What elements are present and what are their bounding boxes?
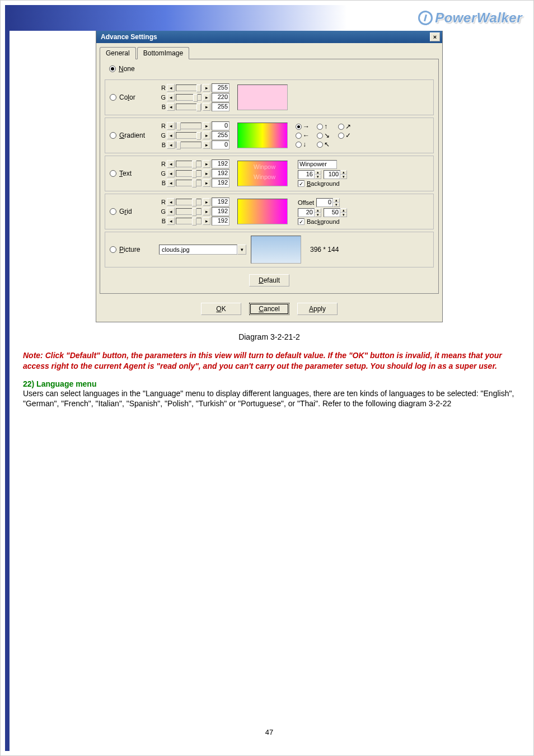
dec-button[interactable]: ◂: [167, 198, 175, 206]
watermark-text: Winpow: [254, 173, 275, 180]
grid-offset2-spinner[interactable]: 20▴▾: [298, 208, 321, 217]
value-r[interactable]: 0: [212, 121, 229, 130]
dir-radio[interactable]: [317, 124, 323, 130]
text-rgb: R◂▸192 G◂▸192 B◂▸192: [159, 159, 229, 187]
slider-g[interactable]: [176, 94, 202, 101]
arrow-left-icon: ←: [303, 132, 310, 139]
slider-r[interactable]: [176, 123, 202, 129]
dec-button[interactable]: ◂: [167, 132, 175, 139]
text-size2-spinner[interactable]: 100▴▾: [324, 170, 347, 179]
inc-button[interactable]: ▸: [203, 122, 210, 130]
slider-b[interactable]: [176, 104, 202, 110]
chevron-down-icon[interactable]: ▾: [237, 245, 246, 255]
value-b[interactable]: 0: [212, 140, 229, 149]
inc-button[interactable]: ▸: [203, 103, 210, 111]
dec-button[interactable]: ◂: [167, 179, 175, 187]
dec-button[interactable]: ◂: [167, 84, 175, 92]
radio-grid-label: Grid: [119, 208, 132, 215]
dec-button[interactable]: ◂: [167, 170, 175, 177]
row-text: Text R◂▸192 G◂▸192 B◂▸192 Winpow Winpow …: [105, 156, 434, 191]
inc-button[interactable]: ▸: [203, 170, 210, 177]
grid-offset3-spinner[interactable]: 50▴▾: [324, 208, 347, 217]
text-background-checkbox[interactable]: ✓: [298, 180, 305, 187]
dir-radio[interactable]: [296, 142, 302, 148]
radio-color[interactable]: Color: [110, 93, 154, 101]
dir-radio[interactable]: [338, 133, 344, 139]
inc-button[interactable]: ▸: [203, 141, 210, 149]
value-r[interactable]: 255: [212, 83, 229, 92]
inc-button[interactable]: ▸: [203, 93, 210, 101]
value-r[interactable]: 192: [212, 159, 229, 168]
value-g[interactable]: 255: [212, 131, 229, 140]
radio-gradient[interactable]: Gradient: [110, 132, 154, 139]
radio-none[interactable]: None: [109, 65, 154, 73]
dir-radio[interactable]: [317, 133, 323, 139]
header-banner: PowerWalker: [10, 5, 529, 31]
text-caption-field[interactable]: Winpower: [298, 160, 337, 169]
dec-button[interactable]: ◂: [167, 122, 175, 130]
close-button[interactable]: ×: [430, 32, 440, 41]
text-background-label: Background: [307, 180, 340, 187]
value-r[interactable]: 192: [212, 198, 229, 206]
radio-text[interactable]: Text: [110, 170, 154, 177]
dec-button[interactable]: ◂: [167, 160, 175, 168]
radio-dot-icon: [110, 94, 116, 101]
grid-background-label: Background: [307, 218, 340, 225]
arrow-downright-icon: ↘: [324, 132, 330, 139]
slider-g[interactable]: [176, 208, 202, 215]
arrow-downleft-icon: ✓: [345, 132, 351, 139]
value-g[interactable]: 192: [212, 207, 229, 216]
value-g[interactable]: 220: [212, 93, 229, 102]
ok-button[interactable]: OK: [201, 303, 241, 315]
advance-settings-dialog: Advance Settings × General BottomImage N…: [96, 31, 443, 322]
value-b[interactable]: 255: [212, 102, 229, 111]
value-b[interactable]: 192: [212, 179, 229, 187]
slider-b[interactable]: [176, 180, 202, 186]
radio-grid[interactable]: Grid: [110, 208, 154, 215]
color-swatch: [237, 84, 288, 110]
inc-button[interactable]: ▸: [203, 84, 210, 92]
text-extras: Winpower 16▴▾ 100▴▾ ✓ Background: [298, 160, 347, 187]
dir-radio[interactable]: [338, 124, 344, 130]
inc-button[interactable]: ▸: [203, 160, 210, 168]
tab-general[interactable]: General: [100, 47, 136, 59]
inc-button[interactable]: ▸: [203, 217, 210, 225]
dir-radio[interactable]: [317, 142, 323, 148]
slider-b[interactable]: [176, 218, 202, 224]
inc-button[interactable]: ▸: [203, 208, 210, 215]
default-button[interactable]: Default: [249, 274, 289, 287]
tab-bottomimage[interactable]: BottomImage: [137, 47, 189, 59]
dec-button[interactable]: ◂: [167, 217, 175, 225]
value-b[interactable]: 192: [212, 217, 229, 226]
radio-none-label: None: [119, 65, 135, 73]
value-g[interactable]: 192: [212, 169, 229, 178]
dialog-buttons: OK Cancel Apply: [96, 298, 442, 322]
radio-dot-icon: [110, 132, 116, 139]
dec-button[interactable]: ◂: [167, 141, 175, 149]
cancel-button[interactable]: Cancel: [249, 303, 289, 315]
slider-r[interactable]: [176, 84, 202, 91]
picture-file-combo[interactable]: clouds.jpg ▾: [159, 245, 246, 255]
dec-button[interactable]: ◂: [167, 103, 175, 111]
slider-g[interactable]: [176, 170, 202, 177]
inc-button[interactable]: ▸: [203, 198, 210, 206]
radio-dot-icon: [110, 170, 116, 177]
grid-offset1-spinner[interactable]: 0▴▾: [316, 198, 340, 207]
dir-radio[interactable]: [296, 133, 302, 139]
text-size1-spinner[interactable]: 16▴▾: [298, 170, 321, 179]
slider-g[interactable]: [176, 132, 202, 139]
slider-r[interactable]: [176, 199, 202, 205]
inc-button[interactable]: ▸: [203, 179, 210, 187]
slider-b[interactable]: [176, 142, 202, 148]
radio-picture-label: Picture: [119, 246, 140, 253]
dec-button[interactable]: ◂: [167, 208, 175, 215]
radio-color-label: Color: [119, 93, 135, 101]
dir-radio[interactable]: [296, 124, 302, 130]
apply-button[interactable]: Apply: [297, 303, 338, 315]
row-picture: Picture clouds.jpg ▾ 396 * 144: [105, 232, 434, 267]
slider-r[interactable]: [176, 161, 202, 167]
dec-button[interactable]: ◂: [167, 93, 175, 101]
grid-background-checkbox[interactable]: ✓: [298, 218, 305, 225]
radio-picture[interactable]: Picture: [110, 246, 154, 253]
inc-button[interactable]: ▸: [203, 132, 210, 139]
